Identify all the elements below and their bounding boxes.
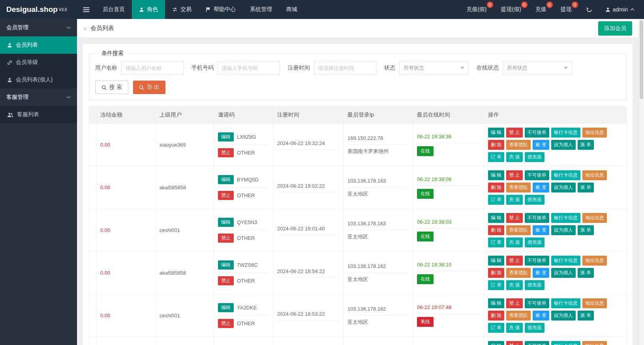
action-bank-card-info-button[interactable]: 银行卡信息	[551, 341, 580, 345]
user-menu[interactable]: admin	[598, 0, 644, 19]
action-set-as-fake-button[interactable]: 设为假人	[551, 268, 576, 278]
action-orders-button[interactable]: 订 单	[488, 280, 504, 290]
action-ban-button[interactable]: 禁 止	[506, 170, 522, 180]
action-address-info-button[interactable]: 地址信息	[582, 341, 607, 345]
action-ban-button[interactable]: 禁 止	[506, 298, 522, 308]
action-delete-button[interactable]: 删 除	[488, 311, 504, 320]
action-ban-button[interactable]: 禁 止	[506, 341, 522, 345]
action-edit-button[interactable]: 编 辑	[488, 341, 504, 345]
action-account-change-button[interactable]: 账 变	[533, 140, 549, 150]
action-delete-button[interactable]: 删 除	[488, 225, 504, 235]
action-set-as-fake-button[interactable]: 设为假人	[551, 225, 576, 235]
sidebar-item-service-list[interactable]: 客服列表	[0, 106, 77, 123]
add-member-button[interactable]: 添加会员	[598, 21, 632, 36]
action-no-accept-order-button[interactable]: 不可接单	[525, 170, 549, 180]
action-view-team-button[interactable]: 查看团队	[506, 140, 531, 150]
action-account-change-button[interactable]: 账 变	[533, 311, 549, 320]
top-menu-mall[interactable]: 商城	[279, 0, 304, 19]
invite-ban-button[interactable]: 禁止	[218, 276, 234, 285]
action-dispatch-order-button[interactable]: 派 单	[578, 225, 594, 235]
action-ban-button[interactable]: 禁 止	[506, 128, 522, 138]
action-set-as-fake-button[interactable]: 设为假人	[551, 183, 576, 192]
scrollbar-thumb[interactable]	[640, 20, 643, 99]
sidebar-group-service-management[interactable]: 客服管理	[0, 89, 77, 106]
sidebar-item-member-list[interactable]: 会员列表	[0, 36, 77, 54]
vertical-scrollbar[interactable]	[638, 19, 644, 345]
action-recharge-button[interactable]: 充 值	[506, 323, 522, 333]
action-dispatch-order-button[interactable]: 派 单	[578, 268, 594, 278]
phone-input[interactable]	[218, 61, 280, 75]
action-view-team-button[interactable]: 查看团队	[506, 225, 531, 235]
action-address-info-button[interactable]: 地址信息	[582, 256, 607, 266]
action-dispatch-order-button[interactable]: 派 单	[578, 311, 594, 320]
top-menu-transactions[interactable]: 交易	[165, 0, 199, 19]
action-no-accept-order-button[interactable]: 不可接单	[525, 256, 549, 266]
action-set-as-fake-button[interactable]: 设为假人	[551, 140, 576, 150]
action-fake-recharge-button[interactable]: 假充值	[525, 323, 544, 333]
sidebar-item-member-level[interactable]: 会员等级	[0, 54, 77, 71]
action-address-info-button[interactable]: 地址信息	[582, 213, 607, 223]
action-delete-button[interactable]: 删 除	[488, 183, 504, 192]
invite-edit-button[interactable]: 编辑	[218, 303, 234, 312]
action-account-change-button[interactable]: 账 变	[533, 225, 549, 235]
invite-ban-button[interactable]: 禁止	[218, 148, 234, 157]
action-delete-button[interactable]: 删 除	[488, 268, 504, 278]
action-fake-recharge-button[interactable]: 假充值	[525, 238, 544, 247]
action-no-accept-order-button[interactable]: 不可接单	[525, 341, 549, 345]
action-fake-recharge-button[interactable]: 假充值	[525, 152, 544, 162]
action-edit-button[interactable]: 编 辑	[488, 298, 504, 308]
action-no-accept-order-button[interactable]: 不可接单	[525, 298, 549, 308]
action-recharge-button[interactable]: 充 值	[506, 280, 522, 290]
quick-withdraw-button[interactable]: 提现 0	[555, 0, 580, 19]
action-orders-button[interactable]: 订 单	[488, 195, 504, 205]
action-orders-button[interactable]: 订 单	[488, 323, 504, 333]
quick-withdraw-fake-button[interactable]: 提现(假) 0	[496, 0, 530, 19]
action-dispatch-order-button[interactable]: 派 单	[578, 140, 594, 150]
export-button[interactable]: 导 出	[133, 81, 165, 94]
action-address-info-button[interactable]: 地址信息	[582, 128, 607, 138]
action-account-change-button[interactable]: 账 变	[533, 183, 549, 192]
action-view-team-button[interactable]: 查看团队	[506, 311, 531, 320]
action-recharge-button[interactable]: 充 值	[506, 195, 522, 205]
invite-edit-button[interactable]: 编辑	[218, 132, 234, 141]
top-menu-dashboard[interactable]: 后台首页	[96, 0, 132, 19]
top-menu-roles[interactable]: 角色	[132, 0, 165, 19]
quick-recharge-fake-button[interactable]: 充值(假) 0	[461, 0, 495, 19]
sidebar-group-member-management[interactable]: 会员管理	[0, 19, 77, 36]
sidebar-toggle-button[interactable]	[77, 0, 96, 19]
top-menu-help-center[interactable]: 帮助中心	[199, 0, 243, 19]
action-bank-card-info-button[interactable]: 银行卡信息	[551, 256, 580, 266]
action-ban-button[interactable]: 禁 止	[506, 213, 522, 223]
action-set-as-fake-button[interactable]: 设为假人	[551, 311, 576, 320]
action-fake-recharge-button[interactable]: 假充值	[525, 195, 544, 205]
search-button[interactable]: 搜 索	[95, 81, 128, 94]
action-orders-button[interactable]: 订 单	[488, 238, 504, 247]
action-edit-button[interactable]: 编 辑	[488, 170, 504, 180]
username-input[interactable]	[121, 61, 184, 75]
online-status-select[interactable]: 所有状态	[503, 61, 572, 75]
action-bank-card-info-button[interactable]: 银行卡信息	[551, 298, 580, 308]
action-delete-button[interactable]: 删 除	[488, 140, 504, 150]
action-no-accept-order-button[interactable]: 不可接单	[525, 128, 549, 138]
quick-recharge-button[interactable]: 充值 0	[530, 0, 555, 19]
register-time-input[interactable]	[314, 61, 376, 75]
invite-edit-button[interactable]: 编辑	[218, 260, 234, 270]
action-edit-button[interactable]: 编 辑	[488, 213, 504, 223]
invite-ban-button[interactable]: 禁止	[218, 191, 234, 200]
action-dispatch-order-button[interactable]: 派 单	[578, 183, 594, 192]
action-edit-button[interactable]: 编 辑	[488, 256, 504, 266]
invite-ban-button[interactable]: 禁止	[218, 234, 234, 243]
action-view-team-button[interactable]: 查看团队	[506, 183, 531, 192]
action-orders-button[interactable]: 订 单	[488, 152, 504, 162]
action-bank-card-info-button[interactable]: 银行卡信息	[551, 128, 580, 138]
sidebar-item-member-list-fake[interactable]: 会员列表(假人)	[0, 71, 77, 89]
action-account-change-button[interactable]: 账 变	[533, 268, 549, 278]
action-ban-button[interactable]: 禁 止	[506, 256, 522, 266]
invite-edit-button[interactable]: 编辑	[218, 175, 234, 184]
action-address-info-button[interactable]: 地址信息	[582, 298, 607, 308]
action-recharge-button[interactable]: 充 值	[506, 152, 522, 162]
invite-ban-button[interactable]: 禁止	[218, 319, 234, 328]
refresh-button[interactable]	[580, 0, 598, 19]
invite-edit-button[interactable]: 编辑	[218, 218, 234, 227]
action-no-accept-order-button[interactable]: 不可接单	[525, 213, 549, 223]
